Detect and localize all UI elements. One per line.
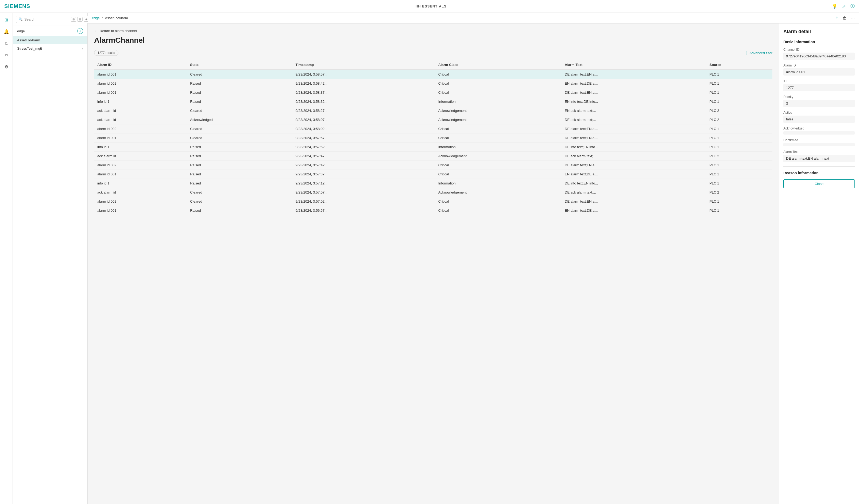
cell-timestamp: 9/23/2024, 3:57:12 ... bbox=[292, 179, 435, 188]
table-row[interactable]: info id 1 Raised 9/23/2024, 3:58:32 ... … bbox=[94, 97, 772, 106]
detail-panel: Alarm detail Basic information Channel I… bbox=[779, 23, 859, 504]
tree-view-controls: ⊟ ⊞ ⊛ bbox=[71, 17, 89, 21]
advanced-filter-button[interactable]: ⧘ Advanced filter bbox=[746, 51, 772, 55]
cell-alarm-id: alarm id 001 bbox=[94, 70, 187, 79]
cell-state: Cleared bbox=[187, 70, 292, 79]
cell-state: Cleared bbox=[187, 197, 292, 206]
cell-alarm-class: Critical bbox=[435, 161, 561, 170]
cell-source: PLC 1 bbox=[706, 206, 772, 215]
table-row[interactable]: info id 1 Raised 9/23/2024, 3:57:12 ... … bbox=[94, 179, 772, 188]
detail-field-label: Active bbox=[783, 111, 855, 114]
cell-timestamp: 9/23/2024, 3:58:57 ... bbox=[292, 70, 435, 79]
table-row[interactable]: ack alarm id Acknowledged 9/23/2024, 3:5… bbox=[94, 115, 772, 124]
breadcrumb-assetforalarm: AssetForAlarm bbox=[105, 16, 128, 20]
cell-alarm-text: DE alarm text;EN al... bbox=[561, 124, 706, 133]
cell-alarm-text: DE ack alarm text;... bbox=[561, 152, 706, 161]
table-row[interactable]: alarm id 002 Raised 9/23/2024, 3:57:42 .… bbox=[94, 161, 772, 170]
cell-state: Raised bbox=[187, 143, 292, 152]
network-icon[interactable]: ⇄ bbox=[842, 4, 846, 9]
search-icon: 🔍 bbox=[18, 17, 23, 21]
tree-item-edge[interactable]: edge + bbox=[13, 26, 87, 36]
col-alarm-class: Alarm Class bbox=[435, 60, 561, 70]
return-link[interactable]: ← Return to alarm channel bbox=[94, 29, 772, 33]
cell-alarm-class: Critical bbox=[435, 70, 561, 79]
cell-alarm-text: EN alarm text;DE al... bbox=[561, 206, 706, 215]
cell-source: PLC 2 bbox=[706, 115, 772, 124]
breadcrumb-bar: edge / AssetForAlarm + 🗑 ··· bbox=[88, 13, 859, 23]
cell-alarm-class: Information bbox=[435, 179, 561, 188]
cell-state: Cleared bbox=[187, 106, 292, 115]
add-button[interactable]: + bbox=[835, 15, 839, 21]
more-button[interactable]: ··· bbox=[851, 16, 855, 20]
return-label: Return to alarm channel bbox=[100, 29, 137, 33]
detail-field-value: 1277 bbox=[783, 84, 855, 91]
cell-alarm-id: alarm id 001 bbox=[94, 170, 187, 179]
table-row[interactable]: ack alarm id Cleared 9/23/2024, 3:57:07 … bbox=[94, 188, 772, 197]
detail-field: Alarm Text DE alarm text;EN alarm text bbox=[783, 150, 855, 162]
cell-source: PLC 2 bbox=[706, 188, 772, 197]
detail-field-label: Alarm ID bbox=[783, 64, 855, 67]
tree-item-assetforalarm[interactable]: AssetForAlarm bbox=[13, 36, 87, 44]
cell-alarm-id: alarm id 002 bbox=[94, 124, 187, 133]
table-row[interactable]: alarm id 001 Cleared 9/23/2024, 3:57:57 … bbox=[94, 133, 772, 143]
sidebar-icons: ⊞ 🔔 ⇅ ↺ ⚙ bbox=[0, 13, 13, 504]
nav-share[interactable]: ⇅ bbox=[2, 38, 11, 48]
cell-timestamp: 9/23/2024, 3:57:42 ... bbox=[292, 161, 435, 170]
cell-source: PLC 1 bbox=[706, 79, 772, 88]
page-title: AlarmChannel bbox=[94, 36, 772, 45]
tree-item-stresstest-left: StressTest_mqtt bbox=[17, 46, 42, 50]
breadcrumb-actions: + 🗑 ··· bbox=[835, 15, 855, 21]
cell-source: PLC 1 bbox=[706, 197, 772, 206]
tree-add-edge-btn[interactable]: + bbox=[77, 28, 83, 34]
content-area: edge / AssetForAlarm + 🗑 ··· ← Return to… bbox=[88, 13, 859, 504]
table-row[interactable]: ack alarm id Raised 9/23/2024, 3:57:47 .… bbox=[94, 152, 772, 161]
alarm-list-area: ← Return to alarm channel AlarmChannel 1… bbox=[88, 23, 779, 504]
cell-alarm-id: alarm id 001 bbox=[94, 133, 187, 143]
grid-view-btn[interactable]: ⊞ bbox=[77, 17, 82, 21]
close-button[interactable]: Close bbox=[783, 179, 855, 188]
results-badge: 1277 results bbox=[94, 50, 118, 56]
table-row[interactable]: alarm id 001 Raised 9/23/2024, 3:58:37 .… bbox=[94, 88, 772, 97]
nav-refresh[interactable]: ↺ bbox=[2, 50, 11, 60]
cell-alarm-text: EN ack alarm text;... bbox=[561, 106, 706, 115]
search-input[interactable] bbox=[24, 17, 69, 21]
nav-alarm[interactable]: 🔔 bbox=[2, 27, 11, 36]
cell-alarm-id: ack alarm id bbox=[94, 188, 187, 197]
table-row[interactable]: alarm id 002 Cleared 9/23/2024, 3:57:02 … bbox=[94, 197, 772, 206]
tree-item-assetforalarm-label: AssetForAlarm bbox=[17, 38, 40, 42]
nav-settings[interactable]: ⚙ bbox=[2, 62, 11, 72]
info-icon[interactable]: ⓘ bbox=[850, 3, 855, 9]
cell-source: PLC 2 bbox=[706, 106, 772, 115]
table-row[interactable]: alarm id 001 Raised 9/23/2024, 3:57:37 .… bbox=[94, 170, 772, 179]
cell-source: PLC 1 bbox=[706, 179, 772, 188]
table-row[interactable]: ack alarm id Cleared 9/23/2024, 3:58:27 … bbox=[94, 106, 772, 115]
cell-alarm-text: DE alarm text;EN al... bbox=[561, 197, 706, 206]
cell-timestamp: 9/23/2024, 3:58:37 ... bbox=[292, 88, 435, 97]
detail-field-value: DE alarm text;EN alarm text bbox=[783, 155, 855, 162]
nav-home[interactable]: ⊞ bbox=[2, 15, 11, 25]
cell-alarm-id: alarm id 001 bbox=[94, 88, 187, 97]
breadcrumb-edge[interactable]: edge bbox=[92, 16, 100, 20]
table-row[interactable]: alarm id 002 Raised 9/23/2024, 3:58:42 .… bbox=[94, 79, 772, 88]
cell-alarm-class: Acknowledgement bbox=[435, 115, 561, 124]
cell-timestamp: 9/23/2024, 3:58:32 ... bbox=[292, 97, 435, 106]
cell-alarm-text: DE alarm text;EN al... bbox=[561, 70, 706, 79]
delete-button[interactable]: 🗑 bbox=[843, 16, 847, 20]
advanced-filter-label: Advanced filter bbox=[750, 51, 772, 55]
tree-item-stresstest[interactable]: StressTest_mqtt › bbox=[13, 44, 87, 52]
lightbulb-icon[interactable]: 💡 bbox=[832, 4, 837, 9]
detail-field-label: Acknowledged bbox=[783, 127, 855, 130]
detail-field: Priority 3 bbox=[783, 95, 855, 107]
table-row[interactable]: alarm id 002 Cleared 9/23/2024, 3:58:02 … bbox=[94, 124, 772, 133]
list-view-btn[interactable]: ⊟ bbox=[71, 17, 76, 21]
cell-alarm-text: DE alarm text;EN al... bbox=[561, 133, 706, 143]
detail-field-value: 3 bbox=[783, 100, 855, 107]
cell-alarm-id: ack alarm id bbox=[94, 152, 187, 161]
siemens-logo: SIEMENS bbox=[4, 3, 30, 9]
table-row[interactable]: alarm id 001 Cleared 9/23/2024, 3:58:57 … bbox=[94, 70, 772, 79]
detail-field-value: alarm id 001 bbox=[783, 68, 855, 76]
table-row[interactable]: alarm id 001 Raised 9/23/2024, 3:56:57 .… bbox=[94, 206, 772, 215]
detail-field: Confirmed bbox=[783, 138, 855, 146]
search-input-wrapper: 🔍 ⊟ ⊞ ⊛ bbox=[16, 16, 91, 23]
table-row[interactable]: info id 1 Raised 9/23/2024, 3:57:52 ... … bbox=[94, 143, 772, 152]
